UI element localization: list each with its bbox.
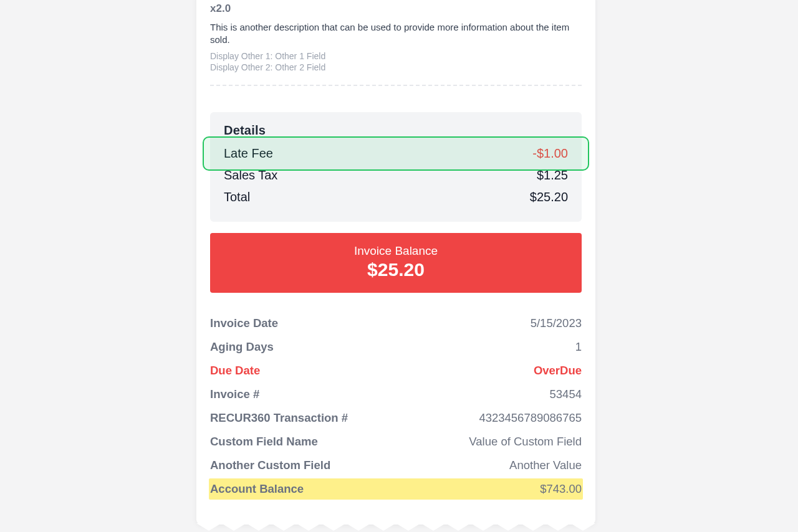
invoice-date-label: Invoice Date [210,316,278,330]
row-sales-tax: Sales Tax $1.25 [224,164,568,186]
invoice-balance-amount: $25.20 [216,259,575,280]
row-total: Total $25.20 [224,186,568,208]
custom-field-2-value: Another Value [509,458,582,472]
invoice-balance-banner: Invoice Balance $25.20 [210,233,582,293]
item-description: This is another description that can be … [210,21,582,47]
details-title: Details [224,123,568,138]
row-account-balance: Account Balance $743.00 [209,478,583,500]
row-invoice-number: Invoice # 53454 [210,382,582,406]
total-label: Total [224,190,250,204]
custom-field-2-label: Another Custom Field [210,458,330,472]
transaction-number-label: RECUR360 Transaction # [210,411,348,425]
aging-days-value: 1 [575,340,582,354]
late-fee-label: Late Fee [224,146,273,161]
aging-days-label: Aging Days [210,340,274,354]
due-date-label: Due Date [210,364,260,378]
row-due-date: Due Date OverDue [210,359,582,382]
receipt-edge-icon [196,523,595,532]
invoice-number-label: Invoice # [210,387,259,401]
row-invoice-date: Invoice Date 5/15/2023 [210,311,582,335]
meta-section: Invoice Date 5/15/2023 Aging Days 1 Due … [210,311,582,500]
item-other-2: Display Other 2: Other 2 Field [210,62,582,74]
account-balance-label: Account Balance [210,482,304,496]
row-late-fee: Late Fee -$1.00 [224,143,568,164]
transaction-number-value: 4323456789086765 [479,411,582,425]
row-transaction-number: RECUR360 Transaction # 4323456789086765 [210,406,582,430]
sales-tax-value: $1.25 [537,168,568,183]
row-custom-field-2: Another Custom Field Another Value [210,454,582,477]
row-aging-days: Aging Days 1 [210,335,582,359]
due-date-value: OverDue [534,364,582,378]
details-box: Details Late Fee -$1.00 Sales Tax $1.25 … [210,112,582,222]
row-custom-field-1: Custom Field Name Value of Custom Field [210,430,582,454]
invoice-number-value: 53454 [550,387,582,401]
account-balance-value: $743.00 [540,482,582,496]
custom-field-1-value: Value of Custom Field [469,435,582,449]
invoice-date-value: 5/15/2023 [531,316,582,330]
sales-tax-label: Sales Tax [224,168,277,183]
item-section: x2.0 This is another description that ca… [196,2,595,86]
custom-field-1-label: Custom Field Name [210,435,318,449]
divider-dashed [210,85,582,86]
item-quantity: x2.0 [210,2,582,15]
item-other-1: Display Other 1: Other 1 Field [210,50,582,62]
invoice-balance-label: Invoice Balance [216,244,575,258]
total-value: $25.20 [530,190,568,204]
invoice-card: x2.0 This is another description that ca… [196,0,595,525]
late-fee-value: -$1.00 [532,146,568,161]
